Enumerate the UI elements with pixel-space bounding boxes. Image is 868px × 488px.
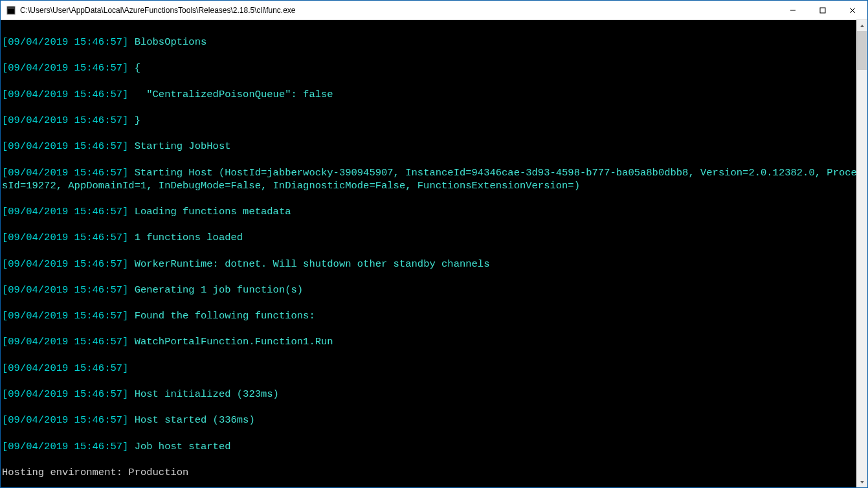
timestamp: [09/04/2019 15:46:57] — [2, 362, 128, 374]
timestamp: [09/04/2019 15:46:57] — [2, 284, 128, 296]
log-message: Job host started — [135, 441, 231, 452]
timestamp: [09/04/2019 15:46:57] — [2, 140, 128, 152]
app-icon — [6, 5, 16, 16]
timestamp: [09/04/2019 15:46:57] — [2, 206, 128, 217]
scroll-up-button[interactable] — [856, 20, 867, 31]
scroll-down-button[interactable] — [856, 476, 867, 487]
timestamp: [09/04/2019 15:46:57] — [2, 115, 128, 126]
svg-rect-1 — [8, 7, 14, 9]
timestamp: [09/04/2019 15:46:57] — [2, 232, 128, 243]
timestamp: [09/04/2019 15:46:57] — [2, 36, 128, 48]
timestamp: [09/04/2019 15:46:57] — [2, 441, 128, 452]
log-message: "CentralizedPoisonQueue": false — [135, 89, 333, 100]
titlebar[interactable]: C:\Users\User\AppData\Local\AzureFunctio… — [1, 1, 867, 20]
timestamp: [09/04/2019 15:46:57] — [2, 258, 128, 270]
timestamp: [09/04/2019 15:46:57] — [2, 388, 128, 400]
log-message: WatchPortalFunction.Function1.Run — [135, 336, 333, 348]
timestamp: [09/04/2019 15:46:57] — [2, 167, 128, 179]
log-message: Found the following functions: — [135, 310, 315, 322]
log-message: 1 functions loaded — [135, 232, 243, 243]
timestamp: [09/04/2019 15:46:57] — [2, 336, 128, 348]
log-message: Starting Host (HostId=jabberwocky-390945… — [2, 167, 863, 192]
svg-marker-7 — [860, 481, 864, 483]
scrollbar[interactable] — [856, 20, 867, 487]
log-message: WorkerRuntime: dotnet. Will shutdown oth… — [135, 258, 490, 270]
log-message: Host initialized (323ms) — [135, 388, 279, 400]
log-message: BlobsOptions — [135, 36, 207, 48]
window-frame: C:\Users\User\AppData\Local\AzureFunctio… — [0, 0, 868, 488]
log-message: { — [135, 62, 140, 74]
close-button[interactable] — [838, 1, 867, 20]
timestamp: [09/04/2019 15:46:57] — [2, 89, 128, 100]
window-title: C:\Users\User\AppData\Local\AzureFunctio… — [20, 6, 778, 15]
timestamp: [09/04/2019 15:46:57] — [2, 310, 128, 322]
scrollbar-thumb[interactable] — [857, 31, 867, 70]
minimize-button[interactable] — [778, 1, 808, 20]
maximize-button[interactable] — [808, 1, 838, 20]
log-message: Starting JobHost — [135, 140, 231, 152]
log-message: Generating 1 job function(s) — [135, 284, 303, 296]
svg-marker-6 — [860, 25, 864, 27]
log-message: Hosting environment: Production — [2, 466, 867, 479]
console-output[interactable]: [09/04/2019 15:46:57] BlobsOptions [09/0… — [1, 20, 867, 487]
timestamp: [09/04/2019 15:46:57] — [2, 414, 128, 426]
log-message: Host started (336ms) — [135, 414, 255, 426]
log-message: Loading functions metadata — [135, 206, 291, 217]
svg-rect-3 — [820, 8, 825, 13]
timestamp: [09/04/2019 15:46:57] — [2, 62, 128, 74]
window-controls — [778, 1, 867, 20]
log-message: } — [135, 115, 140, 126]
